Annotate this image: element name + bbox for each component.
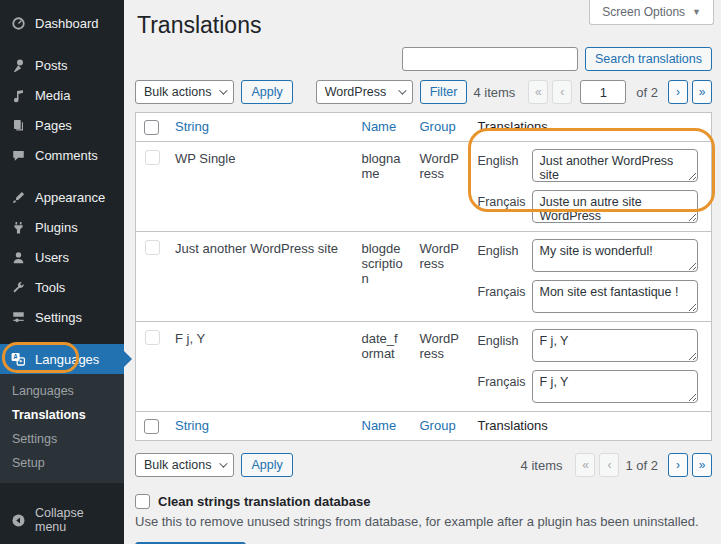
sidebar-item-label: Dashboard: [35, 16, 99, 31]
submenu-label: Translations: [12, 408, 86, 422]
group-filter-value: WordPress: [325, 85, 387, 99]
row-checkbox[interactable]: [145, 240, 160, 255]
last-page-button[interactable]: »: [692, 80, 712, 104]
main-content: Screen Options ▼ Translations Search tra…: [124, 0, 721, 544]
submenu-item-settings[interactable]: Settings: [0, 427, 124, 451]
clean-strings-row: Clean strings translation database: [135, 494, 712, 509]
current-page-input[interactable]: [580, 80, 626, 104]
sidebar-item-label: Posts: [35, 58, 68, 73]
submenu-label: Setup: [12, 456, 45, 470]
chevron-down-icon: ▼: [692, 7, 701, 17]
column-header-string[interactable]: String: [175, 119, 209, 134]
column-header-string[interactable]: String: [175, 418, 209, 433]
column-header-name[interactable]: Name: [362, 418, 397, 433]
bottom-pagination: 4 items « ‹ 1 of 2 › »: [521, 453, 712, 477]
pin-icon: [10, 57, 26, 73]
column-header-translations: Translations: [478, 418, 548, 433]
next-page-button[interactable]: ›: [668, 80, 688, 104]
language-label: English: [478, 149, 526, 182]
next-page-button[interactable]: ›: [668, 453, 688, 477]
sidebar-item-label: Languages: [35, 352, 99, 367]
collapse-arrow-icon: [10, 512, 26, 528]
clean-strings-label: Clean strings translation database: [158, 494, 370, 509]
first-page-button[interactable]: «: [528, 80, 548, 104]
language-label: Français: [478, 370, 526, 403]
sidebar-item-settings[interactable]: Settings: [0, 302, 124, 332]
column-header-group[interactable]: Group: [420, 418, 456, 433]
submenu-label: Settings: [12, 432, 57, 446]
search-row: Search translations: [135, 47, 712, 71]
wrench-icon: [10, 279, 26, 295]
prev-page-button[interactable]: ‹: [552, 80, 572, 104]
translation-textarea[interactable]: F j, Y: [532, 370, 698, 403]
table-footer-row: String Name Group Translations: [136, 412, 712, 441]
sidebar-item-dashboard[interactable]: Dashboard: [0, 8, 124, 38]
search-translations-button[interactable]: Search translations: [585, 47, 712, 71]
bottom-toolbar: Bulk actions Apply 4 items « ‹ 1 of 2 › …: [135, 453, 712, 477]
translations-cell: English F j, Y Français F j, Y: [470, 322, 712, 412]
svg-text:✦: ✦: [19, 358, 24, 364]
chevron-down-icon: [220, 86, 228, 94]
translation-textarea[interactable]: Juste un autre site WordPress: [532, 190, 698, 223]
select-all-checkbox[interactable]: [144, 419, 159, 434]
active-menu-arrow-icon: [124, 351, 132, 367]
sidebar-item-appearance[interactable]: Appearance: [0, 182, 124, 212]
column-header-translations: Translations: [478, 119, 548, 134]
last-page-button[interactable]: »: [692, 453, 712, 477]
sidebar-item-label: Comments: [35, 148, 98, 163]
language-label: Français: [478, 280, 526, 313]
sidebar-item-label: Media: [35, 88, 70, 103]
bulk-actions-select-bottom[interactable]: Bulk actions: [135, 453, 234, 477]
collapse-menu-button[interactable]: Collapse menu: [0, 499, 124, 541]
bulk-actions-select[interactable]: Bulk actions: [135, 80, 234, 104]
translation-textarea[interactable]: Just another WordPress site: [532, 149, 698, 182]
clean-strings-description: Use this to remove unused strings from d…: [135, 514, 712, 529]
sidebar-item-tools[interactable]: Tools: [0, 272, 124, 302]
translation-textarea[interactable]: My site is wonderful!: [532, 239, 698, 272]
translations-table: String Name Group Translations WP Single…: [135, 112, 712, 441]
prev-page-button[interactable]: ‹: [599, 453, 619, 477]
submenu-item-languages[interactable]: Languages: [0, 379, 124, 403]
search-input[interactable]: [402, 47, 578, 71]
group-filter-select[interactable]: WordPress: [316, 80, 413, 104]
sidebar-item-label: Pages: [35, 118, 72, 133]
clean-strings-checkbox[interactable]: [135, 494, 150, 509]
translation-textarea[interactable]: Mon site est fantastique !: [532, 280, 698, 313]
brush-icon: [10, 189, 26, 205]
row-checkbox[interactable]: [145, 150, 160, 165]
translation-textarea[interactable]: F j, Y: [532, 329, 698, 362]
apply-button[interactable]: Apply: [241, 80, 292, 104]
translations-cell: English My site is wonderful! Français M…: [470, 232, 712, 322]
select-all-checkbox[interactable]: [144, 120, 159, 135]
sidebar-item-plugins[interactable]: Plugins: [0, 212, 124, 242]
total-pages-label: of 2: [636, 85, 658, 100]
group-cell: WordPress: [412, 232, 470, 322]
string-cell: F j, Y: [167, 322, 354, 412]
apply-button-bottom[interactable]: Apply: [241, 453, 292, 477]
language-label: English: [478, 329, 526, 362]
sidebar-item-users[interactable]: Users: [0, 242, 124, 272]
group-cell: WordPress: [412, 322, 470, 412]
sidebar-item-pages[interactable]: Pages: [0, 110, 124, 140]
sidebar-item-label: Appearance: [35, 190, 105, 205]
sidebar-item-comments[interactable]: Comments: [0, 140, 124, 170]
screen-options-button[interactable]: Screen Options ▼: [589, 0, 714, 25]
row-checkbox[interactable]: [145, 330, 160, 345]
sidebar-item-languages[interactable]: A✦ Languages: [0, 344, 124, 374]
group-cell: WordPress: [412, 142, 470, 232]
name-cell: date_format: [354, 322, 412, 412]
comment-icon: [10, 147, 26, 163]
submenu-item-setup[interactable]: Setup: [0, 451, 124, 475]
collapse-menu-label: Collapse menu: [35, 506, 118, 534]
top-toolbar: Bulk actions Apply WordPress Filter 4 it…: [135, 80, 712, 104]
column-header-group[interactable]: Group: [420, 119, 456, 134]
column-header-name[interactable]: Name: [362, 119, 397, 134]
table-row: F j, Y date_format WordPress English F j…: [136, 322, 712, 412]
submenu-item-translations[interactable]: Translations: [0, 403, 124, 427]
filter-button[interactable]: Filter: [420, 80, 468, 104]
sidebar-item-posts[interactable]: Posts: [0, 50, 124, 80]
first-page-button[interactable]: «: [575, 453, 595, 477]
sidebar-item-media[interactable]: Media: [0, 80, 124, 110]
name-cell: blogdescription: [354, 232, 412, 322]
sidebar-item-label: Users: [35, 250, 69, 265]
